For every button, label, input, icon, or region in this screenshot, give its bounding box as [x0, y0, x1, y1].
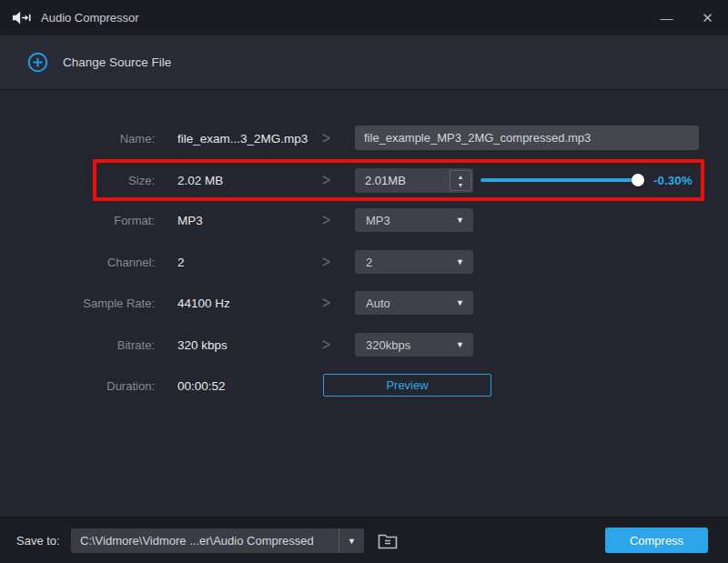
- preview-button[interactable]: Preview: [323, 374, 491, 397]
- window-title: Audio Compressor: [41, 11, 139, 25]
- bitrate-dropdown[interactable]: 320kbps ▼: [355, 333, 473, 357]
- size-slider-thumb[interactable]: [632, 174, 644, 186]
- format-selected: MP3: [355, 214, 390, 227]
- bitrate-row: Bitrate: 320 kbps > 320kbps ▼: [0, 324, 728, 366]
- duration-row: Duration: 00:00:52 Preview: [0, 365, 728, 407]
- name-source-value: file_exam...3_2MG.mp3: [177, 117, 308, 159]
- save-to-label: Save to:: [16, 518, 60, 563]
- size-spinner: ▲ ▼: [355, 168, 473, 193]
- close-button[interactable]: ✕: [687, 0, 728, 35]
- dropdown-caret-icon: ▼: [456, 216, 473, 225]
- sample-rate-selected: Auto: [355, 297, 390, 310]
- format-dropdown[interactable]: MP3 ▼: [355, 208, 473, 232]
- channel-label: Channel:: [0, 241, 155, 283]
- size-input[interactable]: [355, 168, 442, 193]
- save-path-field[interactable]: C:\Vidmore\Vidmore ...er\Audio Compresse…: [71, 528, 364, 553]
- format-row: Format: MP3 > MP3 ▼: [0, 199, 728, 241]
- size-label: Size:: [0, 159, 155, 201]
- compress-button[interactable]: Compress: [605, 528, 708, 553]
- audio-compressor-window: Audio Compressor — ✕ Change Source File …: [0, 0, 728, 563]
- footer-bar: Save to: C:\Vidmore\Vidmore ...er\Audio …: [0, 517, 728, 563]
- size-row: Size: 2.02 MB > ▲ ▼ -0.30%: [0, 159, 728, 201]
- name-label: Name:: [0, 117, 155, 159]
- source-header: Change Source File: [0, 35, 728, 90]
- speaker-compress-icon: [12, 10, 32, 25]
- channel-source-value: 2: [177, 241, 185, 283]
- duration-label: Duration:: [0, 365, 155, 407]
- bitrate-selected: 320kbps: [355, 338, 410, 352]
- save-path-dropdown-button[interactable]: ▼: [339, 528, 364, 553]
- spin-down-icon[interactable]: ▼: [458, 181, 464, 189]
- change-source-file-label: Change Source File: [63, 55, 171, 69]
- sample-rate-dropdown[interactable]: Auto ▼: [355, 291, 473, 315]
- minimize-button[interactable]: —: [646, 0, 687, 35]
- bitrate-source-value: 320 kbps: [177, 324, 228, 366]
- name-row: Name: file_exam...3_2MG.mp3 >: [0, 117, 728, 159]
- spin-up-icon[interactable]: ▲: [458, 173, 464, 181]
- dropdown-caret-icon: ▼: [456, 340, 473, 349]
- chevron-right-icon: >: [322, 318, 330, 371]
- bitrate-label: Bitrate:: [0, 324, 155, 366]
- sample-rate-source-value: 44100 Hz: [177, 282, 230, 324]
- browse-folder-button[interactable]: [373, 528, 402, 554]
- name-input[interactable]: [355, 126, 699, 150]
- format-source-value: MP3: [177, 199, 203, 241]
- window-controls: — ✕: [646, 0, 728, 35]
- change-source-file-button[interactable]: Change Source File: [27, 52, 171, 73]
- folder-icon: [377, 532, 399, 550]
- format-label: Format:: [0, 199, 155, 241]
- channel-dropdown[interactable]: 2 ▼: [355, 250, 473, 274]
- size-slider[interactable]: [480, 159, 644, 201]
- save-path-value[interactable]: C:\Vidmore\Vidmore ...er\Audio Compresse…: [71, 534, 339, 548]
- duration-value: 00:00:52: [177, 365, 226, 407]
- dropdown-caret-icon: ▼: [456, 298, 473, 307]
- sample-rate-row: Sample Rate: 44100 Hz > Auto ▼: [0, 282, 728, 324]
- channel-row: Channel: 2 > 2 ▼: [0, 241, 728, 283]
- size-slider-track[interactable]: [480, 178, 644, 182]
- sample-rate-label: Sample Rate:: [0, 282, 155, 324]
- channel-selected: 2: [355, 256, 372, 269]
- size-spin-buttons[interactable]: ▲ ▼: [450, 170, 471, 191]
- size-source-value: 2.02 MB: [177, 159, 223, 201]
- plus-circle-icon: [27, 52, 48, 73]
- titlebar: Audio Compressor — ✕: [0, 0, 728, 35]
- size-reduction-percent: -0.30%: [653, 159, 693, 201]
- dropdown-caret-icon: ▼: [456, 257, 473, 266]
- settings-panel: Name: file_exam...3_2MG.mp3 > Size: 2.02…: [0, 91, 728, 517]
